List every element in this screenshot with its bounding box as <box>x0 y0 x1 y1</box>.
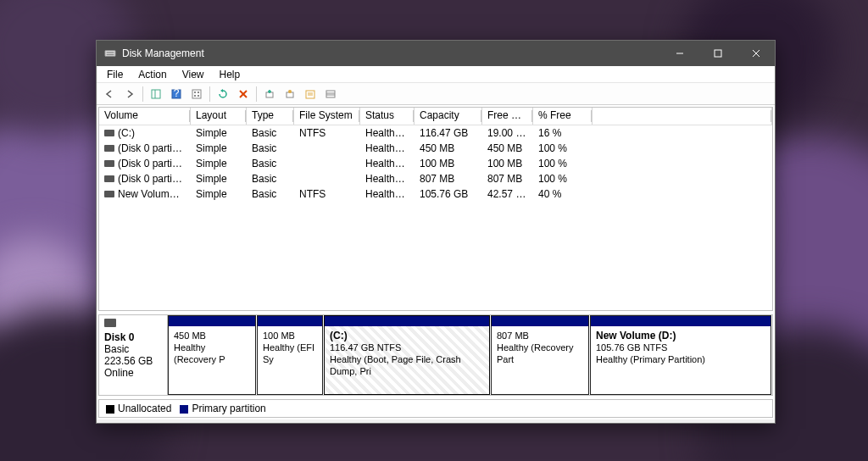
svg-rect-15 <box>198 95 199 97</box>
table-row[interactable]: (C:)SimpleBasicNTFSHealthy (B...116.47 G… <box>99 125 772 141</box>
close-button[interactable] <box>737 41 775 66</box>
col-layout[interactable]: Layout <box>191 108 247 125</box>
svg-rect-0 <box>105 51 115 57</box>
refresh-button[interactable] <box>214 85 232 103</box>
col-status[interactable]: Status <box>360 108 415 125</box>
show-hide-tree-button[interactable] <box>147 85 165 103</box>
svg-rect-2 <box>107 54 114 55</box>
volumes-list[interactable]: Volume Layout Type File System Status Ca… <box>98 107 773 311</box>
col-pctfree[interactable]: % Free <box>533 108 593 125</box>
partition-block[interactable]: 100 MBHealthy (EFI Sy <box>257 315 323 395</box>
volume-icon <box>104 145 114 152</box>
col-spacer <box>593 108 772 125</box>
legend-unallocated-swatch <box>106 405 114 414</box>
col-type[interactable]: Type <box>247 108 294 125</box>
menu-view[interactable]: View <box>175 67 211 82</box>
volume-icon <box>104 191 114 197</box>
svg-rect-11 <box>192 90 201 98</box>
svg-rect-7 <box>152 90 160 98</box>
partition-block[interactable]: (C:)116.47 GB NTFSHealthy (Boot, Page Fi… <box>324 315 490 395</box>
svg-rect-4 <box>715 50 721 57</box>
volume-icon <box>104 130 114 136</box>
partition-block[interactable]: New Volume (D:)105.76 GB NTFSHealthy (Pr… <box>590 315 771 395</box>
volume-icon <box>104 160 114 167</box>
table-row[interactable]: New Volume (D:)SimpleBasicNTFSHealthy (P… <box>99 186 772 202</box>
legend-unallocated: Unallocated <box>106 403 171 414</box>
disk-graphical-view[interactable]: Disk 0 Basic 223.56 GB Online 450 MBHeal… <box>98 314 773 396</box>
disk-info[interactable]: Disk 0 Basic 223.56 GB Online <box>99 315 168 395</box>
table-row[interactable]: (Disk 0 partition 1)SimpleBasicHealthy (… <box>99 141 772 156</box>
disk-management-window: Disk Management File Action View Help ? … <box>96 40 776 424</box>
disk-type: Basic <box>104 343 129 355</box>
partition-block[interactable]: 450 MBHealthy (Recovery P <box>168 315 256 395</box>
svg-rect-1 <box>107 52 114 53</box>
forward-button[interactable] <box>120 85 139 103</box>
properties-button[interactable] <box>301 85 320 103</box>
legend-primary: Primary partition <box>180 403 265 414</box>
col-freespace[interactable]: Free Spa... <box>482 108 533 125</box>
svg-rect-14 <box>194 95 196 97</box>
toolbar: ? <box>97 83 775 105</box>
svg-rect-13 <box>198 92 199 93</box>
volume-icon <box>104 175 114 182</box>
minimize-button[interactable] <box>660 41 698 66</box>
window-title: Disk Management <box>122 47 660 59</box>
table-row[interactable]: (Disk 0 partition 2)SimpleBasicHealthy (… <box>99 156 772 171</box>
list-button[interactable] <box>321 85 340 103</box>
statusbar <box>97 419 775 423</box>
maximize-button[interactable] <box>698 41 737 66</box>
table-row[interactable]: (Disk 0 partition 5)SimpleBasicHealthy (… <box>99 171 772 186</box>
titlebar[interactable]: Disk Management <box>97 41 775 66</box>
svg-rect-12 <box>194 92 196 93</box>
menu-action[interactable]: Action <box>131 67 173 82</box>
disk-state: Online <box>104 367 134 379</box>
back-button[interactable] <box>100 85 119 103</box>
create-vhd-button[interactable] <box>260 85 279 103</box>
app-icon <box>103 47 117 60</box>
menubar: File Action View Help <box>97 66 775 83</box>
svg-text:?: ? <box>174 88 180 99</box>
col-volume[interactable]: Volume <box>99 108 191 125</box>
svg-point-20 <box>288 90 292 93</box>
menu-help[interactable]: Help <box>213 67 248 82</box>
disk-icon <box>104 319 116 327</box>
disk-name: Disk 0 <box>104 331 134 343</box>
col-filesystem[interactable]: File System <box>294 108 360 125</box>
legend: Unallocated Primary partition <box>98 399 773 418</box>
delete-button[interactable] <box>234 85 253 103</box>
legend-primary-swatch <box>180 405 188 414</box>
settings-button[interactable] <box>187 85 206 103</box>
disk-size: 223.56 GB <box>104 355 153 367</box>
volumes-header: Volume Layout Type File System Status Ca… <box>99 108 772 125</box>
attach-vhd-button[interactable] <box>281 85 299 103</box>
partition-block[interactable]: 807 MBHealthy (Recovery Part <box>491 315 589 395</box>
menu-file[interactable]: File <box>100 67 130 82</box>
col-capacity[interactable]: Capacity <box>415 108 482 125</box>
svg-rect-24 <box>326 91 335 97</box>
help-button[interactable]: ? <box>167 85 186 103</box>
